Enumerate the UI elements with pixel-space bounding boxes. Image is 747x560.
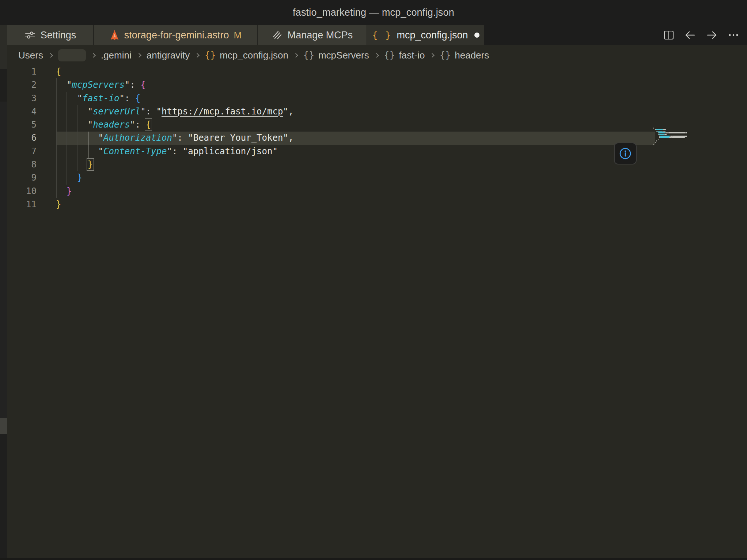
chevron-right-icon [195,53,200,58]
arrow-right-icon [706,30,718,41]
tab-bar: Settingsstorage-for-gemini.astroMManage … [7,25,747,45]
code-text: "headers": { [56,118,151,131]
code-line-5[interactable]: 5 "headers": { [0,118,747,131]
breadcrumb-item-fast-io[interactable]: {}fast-io [384,50,425,61]
editor-window: fastio_marketing — mcp_config.json Setti… [0,0,747,560]
line-number: 8 [0,158,37,171]
code-line-10[interactable]: 10 } [0,185,747,198]
tab-label: Manage MCPs [288,30,353,41]
code-text: "serverUrl": "https://mcp.fast.io/mcp", [56,105,293,118]
breadcrumb-label: Users [18,50,43,61]
redacted-pill [58,49,86,61]
mcp-icon [272,30,283,41]
chevron-right-icon [293,53,298,58]
tab-label: storage-for-gemini.astro [124,30,229,41]
tab-settings[interactable]: Settings [7,25,94,45]
split-editor-button[interactable] [664,30,674,40]
tab-label: mcp_config.json [397,30,468,41]
breadcrumb-item-antigravity[interactable]: antigravity [147,50,190,61]
line-number: 6 [0,131,37,144]
code-line-9[interactable]: 9 } [0,171,747,184]
info-button[interactable] [614,143,637,164]
sidebar-edge-segment [0,25,7,69]
window-bottom-edge [0,558,747,560]
json-symbol-icon: {} [440,50,451,60]
tab-manage-mcps[interactable]: Manage MCPs [258,25,367,45]
editor-actions [664,25,739,45]
go-forward-button[interactable] [706,30,718,41]
breadcrumb-item-mcpservers[interactable]: {}mcpServers [303,50,369,61]
breadcrumb-label: fast-io [399,50,425,61]
line-number: 11 [0,198,37,211]
code-text: "fast-io": { [56,92,140,105]
line-number: 9 [0,171,37,184]
go-back-button[interactable] [684,30,696,41]
code-line-1[interactable]: 1{ [0,65,747,78]
info-icon [619,147,632,160]
line-number: 10 [0,185,37,198]
breadcrumb-item-headers[interactable]: {}headers [440,50,489,61]
breadcrumb-label: mcp_config.json [220,50,288,61]
breadcrumb-label: mcpServers [318,50,369,61]
json-symbol-icon: {} [384,50,395,60]
code-line-2[interactable]: 2 "mcpServers": { [0,78,747,91]
chevron-right-icon [137,53,141,58]
line-number: 3 [0,92,37,105]
breadcrumb-item-users[interactable]: Users [18,50,43,61]
tab-storage[interactable]: storage-for-gemini.astroM [94,25,258,45]
code-text: "mcpServers": { [56,78,146,91]
minimap[interactable] [653,127,701,145]
chevron-right-icon [48,53,53,58]
breadcrumb-item-mcp-config-json[interactable]: {}mcp_config.json [205,50,288,61]
line-number: 2 [0,78,37,91]
json-symbol-icon: {} [205,50,216,60]
tune-icon [24,30,36,40]
code-text: { [56,65,61,78]
breadcrumb-label: antigravity [147,50,190,61]
breadcrumb-item--gemini[interactable]: .gemini [101,50,132,61]
line-number: 5 [0,118,37,131]
astro-icon [110,30,120,41]
code-text: } [56,198,61,211]
more-button[interactable] [728,33,739,37]
code-text: "Content-Type": "application/json" [56,145,278,158]
breadcrumb-item-username-redacted[interactable] [58,49,86,61]
code-text: } [56,185,72,198]
breadcrumb: Users.geminiantigravity{}mcp_config.json… [7,45,747,65]
title-bar: fastio_marketing — mcp_config.json [0,0,747,25]
code-text: } [56,158,93,171]
split-editor-icon [664,30,674,40]
breadcrumb-label: headers [455,50,489,61]
line-number: 1 [0,65,37,78]
breadcrumb-label: .gemini [101,50,132,61]
code-line-11[interactable]: 11} [0,198,747,211]
json-symbol-icon: {} [303,50,315,60]
editor-pane[interactable]: 1{2 "mcpServers": {3 "fast-io": {4 "serv… [0,65,747,560]
code-line-4[interactable]: 4 "serverUrl": "https://mcp.fast.io/mcp"… [0,105,747,118]
chevron-right-icon [430,53,435,58]
unsaved-dot[interactable] [474,33,479,38]
chevron-right-icon [91,53,96,58]
minimap-line [653,143,701,145]
tab-mcp-config[interactable]: { }mcp_config.json [367,25,484,45]
json-braces-icon: { } [372,30,392,41]
code-line-3[interactable]: 3 "fast-io": { [0,92,747,105]
chevron-right-icon [374,53,379,58]
code-text: "Authorization": "Bearer Your_Token", [56,131,293,144]
line-number: 7 [0,145,37,158]
ellipsis-icon [728,33,739,37]
tab-label: Settings [41,30,76,41]
line-number: 4 [0,105,37,118]
code-line-6[interactable]: 6 "Authorization": "Bearer Your_Token", [0,131,747,144]
window-title: fastio_marketing — mcp_config.json [293,7,454,18]
arrow-left-icon [684,30,696,41]
modified-badge: M [234,30,242,41]
code-text: } [56,171,82,184]
